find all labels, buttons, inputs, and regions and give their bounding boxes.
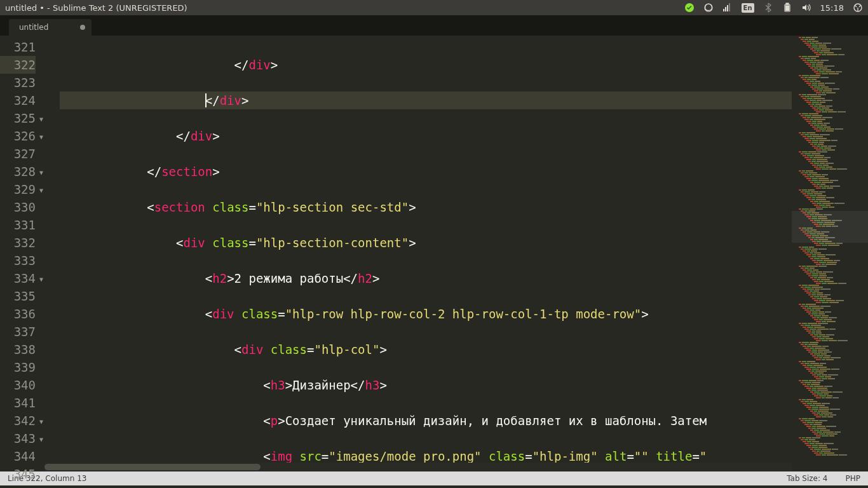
battery-icon[interactable] <box>782 3 792 13</box>
line-number: 334 <box>0 269 36 287</box>
line-number: 336 <box>0 305 36 323</box>
line-number: 342 <box>0 412 36 430</box>
line-number: 327 <box>0 145 36 163</box>
keyboard-lang-indicator[interactable]: En <box>742 3 754 13</box>
editor-tab[interactable]: untitled <box>9 19 92 36</box>
line-number: 322 <box>0 56 36 74</box>
line-number: 325 <box>0 109 36 127</box>
line-number: 337 <box>0 323 36 341</box>
clock[interactable]: 15:18 <box>820 3 844 13</box>
line-number-gutter[interactable]: 321 322 323 324 325 326 327 328 329 330 … <box>0 36 44 471</box>
line-number: 330 <box>0 198 36 216</box>
line-number: 332 <box>0 234 36 252</box>
line-number: 345 <box>0 465 36 483</box>
svg-rect-4 <box>727 5 728 11</box>
line-number: 329 <box>0 180 36 198</box>
minimap-content <box>792 36 868 458</box>
power-icon[interactable] <box>853 3 863 13</box>
tab-size[interactable]: Tab Size: 4 <box>787 474 827 483</box>
syntax-mode[interactable]: PHP <box>846 474 861 483</box>
line-number: 340 <box>0 376 36 394</box>
volume-icon[interactable] <box>801 3 811 13</box>
dirty-indicator-icon <box>80 25 85 30</box>
horizontal-scrollbar[interactable] <box>44 463 792 471</box>
line-number: 341 <box>0 394 36 412</box>
status-bar: Line 322, Column 13 Tab Size: 4 PHP <box>0 471 868 485</box>
line-number: 328 <box>0 163 36 180</box>
minimap[interactable] <box>792 36 868 471</box>
line-number: 326 <box>0 127 36 145</box>
aperture-icon[interactable] <box>703 3 714 13</box>
network-icon[interactable] <box>722 3 733 13</box>
editor-area: 321 322 323 324 325 326 327 328 329 330 … <box>0 36 868 471</box>
line-number: 331 <box>0 216 36 234</box>
svg-rect-5 <box>729 3 730 11</box>
svg-rect-7 <box>786 3 789 4</box>
system-tray: En 15:18 <box>684 3 863 13</box>
minimap-viewport[interactable] <box>792 211 868 243</box>
horizontal-scrollbar-thumb[interactable] <box>44 464 261 470</box>
line-number: 333 <box>0 252 36 269</box>
line-number: 323 <box>0 74 36 92</box>
tab-bar: untitled <box>0 15 868 36</box>
line-number: 339 <box>0 358 36 376</box>
line-number: 343 <box>0 430 36 447</box>
system-menubar: untitled • - Sublime Text 2 (UNREGISTERE… <box>0 0 868 15</box>
line-number: 335 <box>0 287 36 305</box>
cursor-position[interactable]: Line 322, Column 13 <box>8 474 769 483</box>
tab-label: untitled <box>19 23 48 32</box>
svg-rect-3 <box>725 7 726 11</box>
window-title: untitled • - Sublime Text 2 (UNREGISTERE… <box>5 3 684 13</box>
code-content[interactable]: </div> </div> </div> </section> <section… <box>44 36 792 471</box>
line-number: 338 <box>0 341 36 358</box>
line-number: 324 <box>0 92 36 109</box>
svg-rect-8 <box>785 6 789 11</box>
sync-ok-icon[interactable] <box>684 3 695 13</box>
svg-rect-2 <box>723 9 724 11</box>
line-number: 321 <box>0 38 36 56</box>
line-number: 344 <box>0 447 36 465</box>
bluetooth-icon[interactable] <box>763 3 773 13</box>
